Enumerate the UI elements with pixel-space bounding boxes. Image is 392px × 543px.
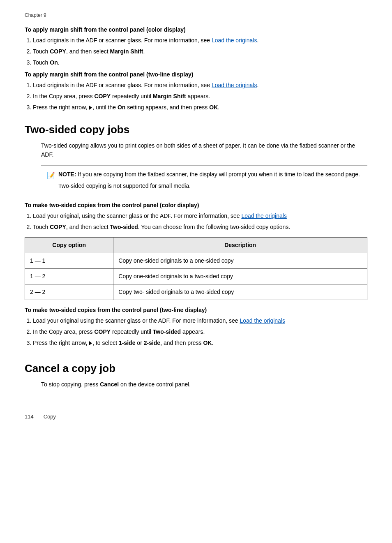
color-display-section: To apply margin shift from the control p… — [25, 26, 367, 67]
bold-copy-3: COPY — [50, 224, 66, 230]
bold-ok-1: OK — [209, 104, 218, 111]
bold-on-1: On — [50, 59, 58, 66]
note-second-line: Two-sided copying is not supported for s… — [58, 181, 362, 190]
table-row: 2 — 2 Copy two- sided originals to a two… — [25, 284, 367, 300]
list-item: In the Copy area, press COPY repeatedly … — [33, 328, 367, 336]
two-sided-two-line-steps: Load your original using the scanner gla… — [33, 317, 367, 347]
list-item: Load originals in the ADF or scanner gla… — [33, 36, 367, 45]
right-arrow-icon — [89, 106, 92, 110]
table-cell: Copy one-sided originals to a two-sided … — [113, 268, 367, 284]
load-originals-link-4[interactable]: Load the originals — [240, 317, 285, 324]
table-cell: Copy one-sided originals to a one-sided … — [113, 253, 367, 268]
step1-after: . — [257, 82, 259, 88]
two-sided-color-steps: Load your original, using the scanner gl… — [33, 212, 367, 231]
ts-step1-text: Load your original, using the scanner gl… — [33, 213, 241, 219]
chapter-label: Chapter 9 — [25, 12, 367, 18]
table-row: 1 — 1 Copy one-sided originals to a one-… — [25, 253, 367, 268]
list-item: Load originals in the ADF or scanner gla… — [33, 81, 367, 90]
step1-after: . — [257, 37, 259, 44]
table-cell: 2 — 2 — [25, 284, 113, 300]
right-arrow-icon-2 — [89, 341, 92, 345]
step1-text: Load originals in the ADF or scanner gla… — [33, 37, 212, 44]
color-display-heading: To apply margin shift from the control p… — [25, 26, 367, 33]
list-item: Press the right arrow, , until the On se… — [33, 103, 367, 112]
table-header-description: Description — [113, 237, 367, 253]
load-originals-link-2[interactable]: Load the originals — [212, 82, 257, 88]
table-row: 1 — 2 Copy one-sided originals to a two-… — [25, 268, 367, 284]
bold-1-side: 1-side — [119, 340, 135, 346]
copy-options-table: Copy option Description 1 — 1 Copy one-s… — [25, 237, 367, 300]
two-line-steps: Load originals in the ADF or scanner gla… — [33, 81, 367, 112]
bold-two-sided-2: Two-sided — [153, 328, 181, 335]
load-originals-link-1[interactable]: Load the originals — [212, 37, 257, 44]
note-icon: 📝 — [47, 170, 55, 181]
bold-cancel: Cancel — [100, 381, 119, 388]
load-originals-link-3[interactable]: Load the originals — [241, 213, 287, 219]
table-cell: 1 — 1 — [25, 253, 113, 268]
bold-margin-shift: Margin Shift — [110, 48, 143, 55]
bold-ok-2: OK — [203, 340, 212, 346]
bold-on-2: On — [118, 104, 125, 111]
cancel-title: Cancel a copy job — [25, 362, 367, 375]
table-header-option: Copy option — [25, 237, 113, 253]
bold-copy-4: COPY — [94, 328, 111, 335]
page-footer: 114 Copy — [25, 414, 367, 420]
color-display-steps: Load originals in the ADF or scanner gla… — [33, 36, 367, 67]
list-item: Touch COPY, and then select Margin Shift… — [33, 47, 367, 56]
two-line-display-section: To apply margin shift from the control p… — [25, 71, 367, 112]
bold-2-side: 2-side — [144, 340, 160, 346]
list-item: Press the right arrow, , to select 1-sid… — [33, 339, 367, 347]
table-cell: 1 — 2 — [25, 268, 113, 284]
list-item: Touch On. — [33, 58, 367, 67]
cancel-section: Cancel a copy job To stop copying, press… — [25, 362, 367, 389]
bold-copy-2: COPY — [94, 93, 111, 99]
note-text: NOTE: If you are copying from the flatbe… — [58, 170, 362, 191]
cancel-text: To stop copying, press Cancel on the dev… — [41, 380, 367, 389]
page-number: 114 — [25, 414, 34, 420]
two-sided-two-line-heading: To make two-sided copies from the contro… — [25, 307, 367, 313]
list-item: Load your original using the scanner gla… — [33, 317, 367, 325]
bold-margin-shift-2: Margin Shift — [153, 93, 186, 99]
two-sided-color-heading: To make two-sided copies from the contro… — [25, 202, 367, 208]
two-sided-title: Two-sided copy jobs — [25, 123, 367, 136]
table-cell: Copy two- sided originals to a two-sided… — [113, 284, 367, 300]
step1-text: Load originals in the ADF or scanner gla… — [33, 82, 212, 88]
footer-section: Copy — [44, 414, 56, 420]
two-sided-two-line-section: To make two-sided copies from the contro… — [25, 307, 367, 347]
bold-copy-1: COPY — [50, 48, 66, 55]
two-line-heading: To apply margin shift from the control p… — [25, 71, 367, 78]
ts2-step1-text: Load your original using the scanner gla… — [33, 317, 240, 324]
note-box: 📝 NOTE: If you are copying from the flat… — [41, 165, 367, 195]
two-sided-intro: Two-sided copying allows you to print co… — [41, 141, 367, 159]
two-sided-color-section: To make two-sided copies from the contro… — [25, 202, 367, 300]
bold-two-sided: Two-sided — [110, 224, 138, 230]
note-label: NOTE: — [58, 171, 76, 178]
list-item: In the Copy area, press COPY repeatedly … — [33, 92, 367, 101]
note-text1: If you are copying from the flatbed scan… — [76, 171, 360, 178]
list-item: Load your original, using the scanner gl… — [33, 212, 367, 220]
list-item: Touch COPY, and then select Two-sided. Y… — [33, 223, 367, 231]
